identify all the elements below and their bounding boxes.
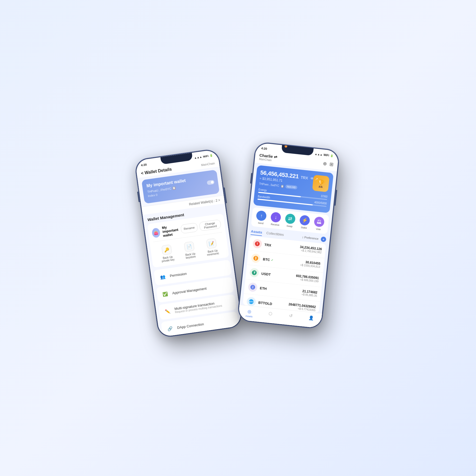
backup-keystore[interactable]: 📄 Back Up keystore (184, 241, 196, 259)
backup-private-key[interactable]: 🔑 Back Up private key (160, 244, 175, 263)
scan-icon[interactable]: ⊞ (329, 161, 334, 167)
preference-button[interactable]: ↕ Preference + (302, 234, 326, 242)
profile-nav-icon: 👤 (308, 314, 315, 321)
left-phone-inner: 4:20 ▲▲▲ WiFi 🔋 < Wallet Details MainCha… (135, 149, 242, 337)
permission-icon: 👥 (158, 272, 167, 281)
stake-label: Stake (301, 226, 307, 229)
wallet-name-text: My important wallet (162, 224, 179, 238)
bttold-icon: BTT (246, 297, 256, 306)
signal-icon: ▲▲▲ (194, 155, 202, 159)
multisig-icon: ✏️ (163, 307, 172, 316)
swap-icon: ⇄ (285, 213, 296, 225)
receive-action[interactable]: ↓ Receive (270, 212, 281, 227)
approval-icon: ✅ (161, 290, 170, 299)
backup-mnemonic-label: Back Up mnemonic (207, 249, 219, 256)
nav-history[interactable]: ↺ (287, 312, 294, 322)
btc-values: 30.810455 ≈$ 1555,934,813 (300, 260, 321, 268)
time-left: 4:20 (141, 163, 147, 167)
wallet-actions: Rename Change Password (180, 219, 221, 234)
asset-list: T TRX 34,234,453.126 ≈$ 2,760,842,982 ₿ (243, 236, 326, 313)
eth-icon: Ξ (248, 282, 258, 292)
eye-icon[interactable]: 👁 (310, 176, 314, 181)
balance-currency: TRX (300, 175, 308, 180)
approval-label: Approval Management (172, 286, 207, 295)
send-label: Send (258, 222, 264, 225)
swap-action[interactable]: ⇄ Swap (284, 213, 296, 228)
backup-mnemonic[interactable]: 📝 Back Up mnemonic (205, 238, 219, 257)
receive-icon: ↓ (270, 212, 281, 223)
phones-container: 4:20 ▲▲▲ WiFi 🔋 < Wallet Details MainCha… (145, 148, 331, 328)
keystore-icon: 📄 (184, 241, 195, 252)
preference-label: Preference (304, 236, 319, 240)
nft-nav-icon: ⬡ (267, 310, 274, 317)
swap-label: Swap (286, 225, 292, 228)
eth-name: ETH (260, 286, 267, 291)
trx-values: 34,234,453.126 ≈$ 2,760,842,982 (299, 245, 322, 254)
power-button-right (335, 190, 337, 206)
add-asset-button[interactable]: + (321, 236, 326, 242)
stake-action[interactable]: ⚡ Stake (299, 215, 310, 230)
battery-icon-right: 🔋 (330, 154, 333, 157)
stake-icon: ⚡ (299, 215, 310, 226)
right-phone-inner: 4:20 ▲▲▲ WiFi 🔋 Charlie ⇌ MainChain ⊕ (238, 142, 339, 328)
vote-icon: 🗳 (314, 216, 325, 227)
backup-private-key-label: Back Up private key (161, 255, 175, 263)
vote-label: Vote (316, 228, 321, 231)
bttold-name: BTTOLD (258, 300, 272, 306)
trx-name: TRX (264, 242, 271, 247)
balance-card: 56,456,453.221 TRX 👁 ↗ ≈ $3,951,951.71 T… (253, 165, 333, 213)
usdt-name: USDT (261, 272, 271, 277)
battery-icon: 🔋 (209, 154, 213, 157)
left-screen: < Wallet Details MainChain My important … (136, 158, 242, 337)
usdt-icon: ₮ (249, 268, 259, 278)
eth-values: 21.174682 ≈$ 85,885.35 (301, 289, 318, 297)
dapp-label: DApp Connection (177, 322, 204, 329)
status-icons-left: ▲▲▲ WiFi 🔋 (194, 154, 213, 159)
non-hd-badge: Non-HD (285, 185, 298, 190)
wallet-avatar: 👛 (152, 227, 161, 238)
sort-icon: ↕ (302, 235, 304, 239)
backup-keystore-label: Back Up keystore (185, 252, 196, 259)
status-icons-right: ▲▲▲ WiFi 🔋 (315, 152, 333, 157)
send-icon: ↑ (256, 210, 267, 221)
left-phone: 4:20 ▲▲▲ WiFi 🔋 < Wallet Details MainCha… (134, 148, 243, 338)
btc-icon: ₿ (251, 253, 261, 263)
permission-label: Permission (170, 271, 187, 278)
change-password-button[interactable]: Change Password (199, 219, 221, 231)
receive-icon[interactable]: ⊕ (323, 161, 327, 167)
copy-icon[interactable]: 📋 (172, 186, 176, 190)
wallet-address: THPwer...5wtfYC (259, 182, 279, 187)
btc-name: BTC ✓ (263, 257, 273, 262)
nav-profile[interactable]: 👤 (308, 314, 315, 324)
volume-button-right (250, 173, 252, 184)
orange-dot (285, 145, 287, 148)
nav-nft[interactable]: ⬡ (267, 310, 274, 320)
svg-text:BTT: BTT (249, 300, 254, 304)
header-icons: ⊕ ⊞ (323, 161, 334, 167)
receive-label: Receive (271, 223, 279, 226)
nav-assets[interactable]: ◎ Assets (245, 308, 254, 318)
expand-icon[interactable]: ↗ (315, 177, 318, 181)
tab-collectibles[interactable]: Collectibles (266, 230, 284, 238)
private-key-icon: 🔑 (161, 244, 172, 255)
tab-assets[interactable]: Assets (250, 228, 262, 236)
assets-nav-icon: ◎ (246, 308, 253, 315)
usdt-values: 602,786.035091 ≈$ 606,000.199 (296, 274, 319, 283)
mnemonic-icon: 📝 (206, 238, 217, 249)
wifi-icon-right: WiFi (323, 153, 329, 157)
signal-icon-right: ▲▲▲ (315, 152, 323, 156)
address-copy-icon[interactable]: 📋 (281, 184, 284, 187)
svg-text:T: T (256, 242, 258, 246)
right-phone: 4:20 ▲▲▲ WiFi 🔋 Charlie ⇌ MainChain ⊕ (237, 141, 340, 329)
right-screen: Charlie ⇌ MainChain ⊕ ⊞ 56,456,453.221 T… (238, 151, 338, 328)
svg-text:₿: ₿ (255, 257, 257, 260)
rename-button[interactable]: Rename (180, 222, 198, 234)
trx-icon: T (252, 239, 262, 249)
history-nav-icon: ↺ (287, 312, 294, 319)
wallet-toggle[interactable] (207, 180, 215, 185)
vote-action[interactable]: 🗳 Vote (313, 216, 324, 231)
dapp-icon: 🔗 (166, 324, 175, 333)
wifi-icon: WiFi (203, 154, 209, 158)
back-button[interactable]: < Wallet Details (141, 167, 172, 176)
send-action[interactable]: ↑ Send (255, 210, 267, 225)
